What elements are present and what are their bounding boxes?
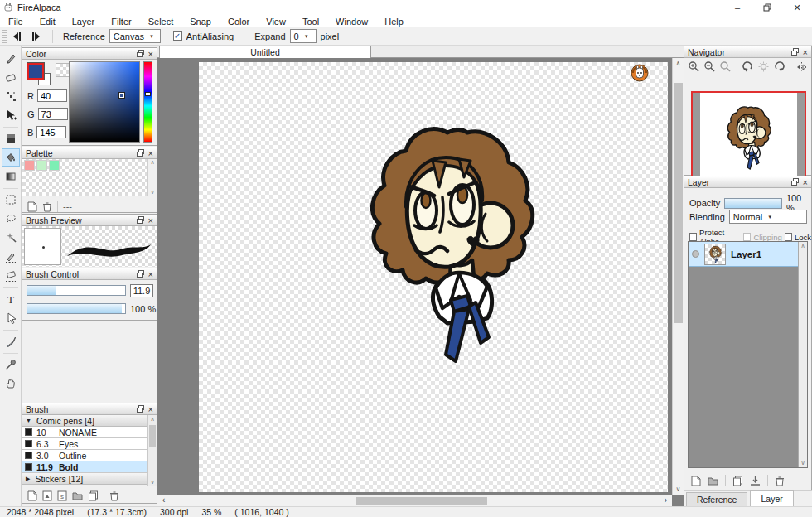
menu-view[interactable]: View <box>258 17 294 27</box>
delete-color-icon[interactable] <box>42 201 52 212</box>
hue-marker[interactable] <box>145 92 151 96</box>
eyedropper-tool[interactable] <box>2 355 20 374</box>
close-panel-icon[interactable]: × <box>803 178 808 186</box>
canvas-horizontal-scrollbar[interactable]: ‹ › <box>157 495 672 506</box>
float-panel-icon[interactable] <box>137 216 144 224</box>
duplicate-brush-icon[interactable] <box>88 490 99 501</box>
close-panel-icon[interactable]: × <box>148 50 153 58</box>
brush-item-eyes[interactable]: 6.3Eyes <box>22 438 147 450</box>
layer-opacity-slider[interactable] <box>724 198 782 209</box>
eraser-tool[interactable] <box>2 68 20 86</box>
float-panel-icon[interactable] <box>791 178 799 186</box>
scroll-down-icon[interactable]: ∨ <box>148 479 157 486</box>
close-button[interactable]: ✕ <box>782 0 812 15</box>
close-panel-icon[interactable]: × <box>148 216 153 225</box>
palette-scrollbar[interactable]: ∧∨ <box>147 159 157 196</box>
b-input[interactable] <box>36 126 66 138</box>
flip-horizontal-icon[interactable] <box>795 60 808 73</box>
add-script-brush-icon[interactable]: s <box>57 490 67 501</box>
saturation-value-picker[interactable] <box>69 61 140 143</box>
brush-opacity-slider[interactable] <box>27 303 126 314</box>
blending-dropdown[interactable]: Normal ▼ <box>729 210 807 224</box>
select-rect-tool[interactable] <box>2 191 20 209</box>
zoom-out-icon[interactable] <box>703 60 716 73</box>
menu-color[interactable]: Color <box>220 17 258 27</box>
bucket-tool[interactable] <box>2 148 20 167</box>
brush-item-bold[interactable]: 11.9Bold <box>22 461 147 473</box>
float-panel-icon[interactable] <box>137 405 144 413</box>
document-tab-untitled[interactable]: Untitled <box>159 46 371 58</box>
add-brush-icon[interactable] <box>27 490 37 501</box>
expand-dropdown[interactable]: 0 ▼ <box>290 29 317 43</box>
menu-tool[interactable]: Tool <box>294 17 327 27</box>
menu-filter[interactable]: Filter <box>103 17 139 27</box>
select-pen-tool[interactable] <box>2 248 20 266</box>
brush-item-noname[interactable]: 10NONAME <box>22 427 147 438</box>
duplicate-layer-icon[interactable] <box>732 476 743 486</box>
brush-size-slider[interactable] <box>27 285 126 296</box>
palette-swatch-0[interactable] <box>24 160 35 171</box>
new-folder-icon[interactable] <box>708 476 718 486</box>
palette-swatch-1[interactable] <box>36 160 47 171</box>
scroll-down-icon[interactable]: ∨ <box>150 189 154 196</box>
merge-down-icon[interactable] <box>750 476 761 486</box>
canvas-document[interactable] <box>199 62 668 492</box>
layer-row-layer1[interactable]: Layer1 <box>689 242 798 267</box>
menu-window[interactable]: Window <box>327 17 376 27</box>
close-panel-icon[interactable]: × <box>148 149 153 157</box>
layer-list-scrollbar[interactable]: ∧ ∨ <box>798 242 807 467</box>
scroll-right-icon[interactable]: › <box>665 495 667 505</box>
tab-reference[interactable]: Reference <box>686 492 747 506</box>
scroll-down-icon[interactable]: ∨ <box>799 460 807 466</box>
menu-file[interactable]: File <box>0 17 31 27</box>
sv-marker[interactable] <box>119 93 124 98</box>
menu-snap[interactable]: Snap <box>181 17 220 27</box>
gradient-tool[interactable] <box>2 167 20 186</box>
pen-tool[interactable] <box>2 49 20 67</box>
layer-visibility-icon[interactable] <box>692 250 699 258</box>
vertical-scroll-thumb[interactable] <box>674 83 683 323</box>
magic-wand-tool[interactable] <box>2 229 20 247</box>
lock-checkbox[interactable] <box>785 233 792 241</box>
brush-size-value[interactable]: 11.9 <box>130 284 153 297</box>
g-input[interactable] <box>38 108 68 120</box>
brush-list-scrollbar[interactable]: ∧ ∨ <box>147 415 157 486</box>
select-eraser-tool[interactable] <box>2 267 20 285</box>
float-panel-icon[interactable] <box>137 270 144 278</box>
dot-tool[interactable] <box>2 87 20 105</box>
move-tool[interactable] <box>2 106 20 124</box>
canvas-viewport[interactable] <box>157 58 672 495</box>
close-panel-icon[interactable]: × <box>803 48 808 56</box>
palette-swatch-2[interactable] <box>49 160 60 171</box>
menu-edit[interactable]: Edit <box>31 17 64 27</box>
scroll-left-icon[interactable]: ‹ <box>162 495 165 505</box>
text-tool[interactable]: T <box>2 290 20 308</box>
brush-group-stickers[interactable]: ▶Stickers [12] <box>22 473 147 485</box>
float-panel-icon[interactable] <box>137 50 144 57</box>
foreground-color-swatch[interactable] <box>27 63 44 80</box>
menu-layer[interactable]: Layer <box>64 17 104 27</box>
r-input[interactable] <box>37 89 67 102</box>
curve-snap-tool[interactable] <box>2 332 20 350</box>
menu-help[interactable]: Help <box>376 17 412 27</box>
antialiasing-checkbox[interactable]: ✓ <box>173 31 182 41</box>
alpaca-mascot-icon[interactable] <box>631 64 649 82</box>
scroll-up-icon[interactable]: ∧ <box>799 243 807 249</box>
new-color-icon[interactable] <box>27 201 37 212</box>
brush-folder-icon[interactable] <box>72 490 83 501</box>
scroll-down-icon[interactable]: ∨ <box>673 486 684 493</box>
hand-tool[interactable] <box>2 374 20 393</box>
delete-layer-icon[interactable] <box>775 476 785 486</box>
rotate-left-icon[interactable] <box>742 60 754 73</box>
menu-select[interactable]: Select <box>140 17 182 27</box>
close-panel-icon[interactable]: × <box>148 405 153 413</box>
tab-layer[interactable]: Layer <box>750 490 793 506</box>
delete-brush-icon[interactable] <box>109 490 119 501</box>
brush-group-comic-pens[interactable]: ▼Comic pens [4] <box>22 415 147 427</box>
transparent-color-swatch[interactable] <box>56 63 70 77</box>
prev-snap-button[interactable] <box>7 29 27 44</box>
fill-tool[interactable] <box>2 129 20 147</box>
close-panel-icon[interactable]: × <box>148 270 153 278</box>
rotate-right-icon[interactable] <box>773 60 785 73</box>
float-panel-icon[interactable] <box>137 149 144 157</box>
